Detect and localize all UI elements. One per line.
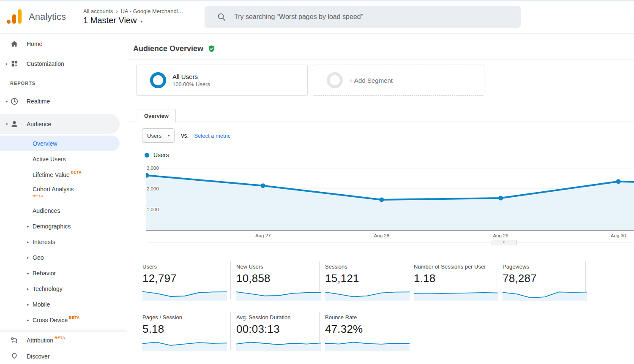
svg-text:Aug 30: Aug 30 [611,233,626,238]
chevron-right-icon[interactable]: ▸ [27,287,33,291]
clock-icon [10,97,19,106]
segments-panel: All Users 100.00% Users + Add Segment [127,60,634,102]
legend-dot-icon [145,153,149,158]
breadcrumb-property[interactable]: UA - Google Merchandi… [120,8,183,14]
analytics-logo[interactable]: Analytics [7,9,66,25]
search-icon [217,12,226,22]
vs-label: vs. [181,132,189,139]
svg-text:Aug 27: Aug 27 [255,233,271,238]
scorecard-pageviews: Pageviews78,287 [497,261,586,299]
sidebar-item-discover[interactable]: Discover [0,348,127,364]
home-icon [10,40,19,48]
sidebar-item-label: Technology [33,285,63,292]
sidebar-top-list: Home▸Customization [0,34,127,73]
view-name[interactable]: 1 Master View [83,16,137,25]
scorecard-value: 00:03:13 [236,323,319,336]
logo-bar-mid [12,14,16,24]
app-header: Analytics All accounts › UA - Google Mer… [0,0,634,34]
sidebar-item-geo[interactable]: ▸Geo [0,250,127,265]
chevron-right-icon[interactable]: ▸ [3,62,10,66]
sidebar-item-audience[interactable]: ▾Audience [0,114,120,134]
chevron-right-icon[interactable]: ▸ [27,224,33,228]
segment-circle-empty-icon [327,72,343,88]
main-content: Audience Overview All Users 100.00% User… [127,34,634,364]
sidebar-item-overview[interactable]: Overview [0,136,120,151]
sidebar-item-cohort-analysis[interactable]: Cohort AnalysisBETA [0,182,127,203]
page-title: Audience Overview [133,44,203,53]
view-selector[interactable]: 1 Master View ▾ [83,16,183,25]
metric-dropdown[interactable]: Users ▾ [142,128,175,143]
sparkline [142,339,227,351]
chevron-right-icon[interactable]: ▸ [27,255,33,260]
chevron-right-icon[interactable]: ▸ [27,240,33,244]
sidebar-item-customization[interactable]: ▸Customization [0,54,127,73]
sidebar-item-realtime[interactable]: ▸Realtime [0,91,127,111]
sidebar-item-label: Home [27,41,42,47]
chevron-right-icon[interactable]: ▸ [27,271,33,275]
scorecard-value: 78,287 [503,272,585,285]
sidebar-item-lifetime-value[interactable]: Lifetime ValueBETA [0,167,127,182]
sidebar-item-behavior[interactable]: ▸Behavior [0,265,127,281]
tab-overview[interactable]: Overview [137,109,176,122]
sidebar-item-label: Audiences [33,207,60,214]
timeseries-chart-svg: 1,0002,0003,000...Aug 27Aug 28Aug 29Aug … [146,163,634,243]
sparkline [414,288,498,301]
scorecard-value: 1.18 [414,272,497,285]
window-top-strip [0,0,634,1]
reports-section-label: REPORTS [10,80,127,86]
chart-legend: Users [145,152,634,158]
sidebar-item-active-users[interactable]: Active Users [0,151,127,167]
sidebar-item-label: Customization [27,60,64,67]
sidebar-item-label: Realtime [27,98,50,105]
beta-badge: BETA [71,170,82,174]
scorecard-number-of-sessions-per-user: Number of Sessions per User1.18 [408,261,497,299]
scorecard-avg-session-duration: Avg. Session Duration00:03:13 [231,312,320,350]
scorecard-label: Bounce Rate [325,314,408,321]
search-bar[interactable] [205,6,521,28]
sidebar-item-audiences[interactable]: Audiences [0,203,127,218]
chevron-right-icon[interactable]: ▸ [3,99,10,103]
add-segment-button[interactable]: + Add Segment [313,65,484,96]
metric-picker-row: Users ▾ vs. Select a metric [142,128,634,143]
data-quality-shield-icon[interactable] [208,45,216,53]
chart-expand-button[interactable]: ▾ [491,240,517,245]
scorecard-label: New Users [236,263,319,270]
scorecard-value: 5.18 [142,323,230,336]
chevron-right-icon[interactable]: ▸ [27,302,33,307]
logo-dot [7,20,11,24]
breadcrumb-account[interactable]: All accounts [83,8,113,14]
chevron-separator-icon: › [116,8,118,14]
sidebar-item-label: Attribution [27,337,53,344]
sidebar-item-interests[interactable]: ▸Interests [0,234,127,250]
sidebar-item-label: Demographics [33,223,71,230]
sidebar-item-attribution[interactable]: AttributionBETA [0,332,127,348]
add-segment-label: + Add Segment [349,77,393,84]
svg-text:Aug 28: Aug 28 [374,233,389,238]
sidebar-item-mobile[interactable]: ▸Mobile [0,296,127,312]
select-metric-link[interactable]: Select a metric [194,133,230,139]
svg-text:1,000: 1,000 [147,207,159,212]
search-input[interactable] [233,13,495,21]
sidebar-item-demographics[interactable]: ▸Demographics [0,218,127,234]
customization-icon [10,60,19,68]
segment-all-users[interactable]: All Users 100.00% Users [136,65,308,96]
sidebar-item-label: Interests [33,239,55,245]
sidebar-item-home[interactable]: Home [0,34,127,54]
metric-dropdown-value: Users [147,133,161,139]
chevron-down-icon[interactable]: ▾ [3,122,10,126]
scorecards-row-2: Pages / Session5.18Avg. Session Duration… [142,312,634,350]
sparkline [142,288,227,301]
scorecard-value: 10,858 [236,272,319,285]
sidebar-item-technology[interactable]: ▸Technology [0,281,127,296]
logo-bar-tall [18,9,22,24]
sidebar-item-label: Cross Device [33,317,68,323]
chevron-right-icon[interactable]: ▸ [27,318,33,322]
breadcrumb[interactable]: All accounts › UA - Google Merchandi… [83,8,183,14]
sidebar-item-label: Behavior [33,270,56,277]
sidebar-item-cross-device[interactable]: ▸Cross DeviceBETA [0,312,127,328]
account-breadcrumb[interactable]: All accounts › UA - Google Merchandi… 1 … [83,8,183,25]
segment-name: All Users [172,73,210,80]
segment-circle-icon [150,72,166,88]
product-name: Analytics [29,11,66,22]
sidebar-item-label: Discover [27,353,49,360]
